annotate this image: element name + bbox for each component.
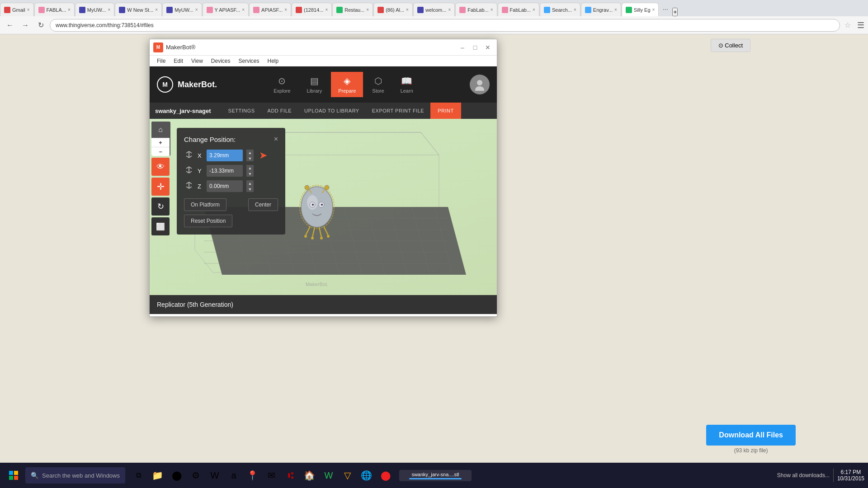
tab-close[interactable]: × bbox=[533, 7, 535, 12]
tab-close[interactable]: × bbox=[242, 7, 245, 12]
chrome-button[interactable]: ⬤ bbox=[169, 467, 185, 483]
tab-myuw[interactable]: MyUW... × bbox=[75, 3, 114, 16]
nav-explore[interactable]: ⊙ Explore bbox=[266, 72, 297, 97]
tab-close[interactable]: × bbox=[155, 7, 158, 12]
tab-close[interactable]: × bbox=[614, 7, 617, 12]
mail-taskbar-button[interactable]: ✉ bbox=[264, 467, 280, 483]
menu-file[interactable]: File bbox=[153, 56, 169, 66]
tab-close[interactable]: × bbox=[574, 7, 576, 12]
tab-flab1[interactable]: FabLab... × bbox=[455, 3, 497, 16]
download-all-files-button[interactable]: Download All Files bbox=[706, 425, 796, 446]
menu-icon[interactable]: ☰ bbox=[857, 20, 864, 30]
y-decrement-button[interactable]: ▼ bbox=[246, 171, 254, 177]
nav-taskbar-button[interactable]: 🌐 bbox=[359, 467, 375, 483]
bookmark-icon[interactable]: ☆ bbox=[844, 21, 851, 29]
tab-resto[interactable]: Restau... × bbox=[332, 3, 373, 16]
export-print-file-button[interactable]: EXPORT PRINT FILE bbox=[366, 103, 430, 119]
nav-library[interactable]: ▤ Library bbox=[300, 72, 330, 97]
tab-flab2[interactable]: FabLab... × bbox=[498, 3, 539, 16]
tab-apiasf[interactable]: Y APIASF... × bbox=[203, 3, 249, 16]
show-downloads-button[interactable]: Show all downloads... bbox=[777, 472, 830, 479]
add-file-button[interactable]: ADD FILE bbox=[261, 103, 298, 119]
back-button[interactable]: ← bbox=[4, 19, 16, 32]
tab-close[interactable]: × bbox=[652, 7, 655, 12]
menu-edit[interactable]: Edit bbox=[170, 56, 187, 66]
forward-button[interactable]: → bbox=[19, 19, 32, 32]
settings-button[interactable]: ⚙ bbox=[188, 467, 204, 483]
zoom-in-button[interactable]: + bbox=[151, 138, 170, 147]
address-bar[interactable] bbox=[50, 19, 840, 32]
upload-to-library-button[interactable]: UPLOAD TO LIBRARY bbox=[298, 103, 366, 119]
z-increment-button[interactable]: ▲ bbox=[246, 180, 254, 186]
print-button[interactable]: PRINT bbox=[430, 103, 461, 119]
y-increment-button[interactable]: ▲ bbox=[246, 165, 254, 171]
menu-view[interactable]: View bbox=[188, 56, 207, 66]
zoom-out-button[interactable]: − bbox=[151, 147, 170, 156]
tab-new-st[interactable]: W New St... × bbox=[115, 3, 162, 16]
new-tab-button[interactable]: + bbox=[672, 8, 678, 16]
menu-devices[interactable]: Devices bbox=[208, 56, 234, 66]
close-button[interactable]: ✕ bbox=[482, 42, 493, 53]
user-avatar[interactable] bbox=[470, 75, 490, 94]
git-button[interactable]: ⑆ bbox=[283, 467, 299, 483]
tab-gmail[interactable]: Gmail × bbox=[0, 3, 34, 16]
task-view-button[interactable]: ⧉ bbox=[131, 467, 147, 483]
z-position-input[interactable] bbox=[207, 180, 243, 192]
reload-button[interactable]: ↻ bbox=[34, 19, 47, 32]
minimize-button[interactable]: – bbox=[457, 42, 468, 53]
tab-mail[interactable]: (12814... × bbox=[292, 3, 332, 16]
collect-button[interactable]: ⊙ Collect bbox=[711, 39, 750, 52]
arrow-button[interactable]: ▽ bbox=[340, 467, 356, 483]
tab-apiasf2[interactable]: APIASF... × bbox=[249, 3, 291, 16]
x-increment-button[interactable]: ▲ bbox=[246, 150, 254, 155]
amazon-button[interactable]: a bbox=[226, 467, 242, 483]
tab-myuw2[interactable]: MyUW... × bbox=[162, 3, 202, 16]
tab-search[interactable]: Search... × bbox=[540, 3, 580, 16]
tab-close[interactable]: × bbox=[448, 7, 451, 12]
file-explorer-button[interactable]: 📁 bbox=[150, 467, 166, 483]
tab-close[interactable]: × bbox=[195, 7, 198, 12]
tab-overflow[interactable]: ⋯ bbox=[659, 3, 672, 16]
on-platform-button[interactable]: On Platform bbox=[184, 198, 226, 211]
tab-close[interactable]: × bbox=[366, 7, 369, 12]
tab-close[interactable]: × bbox=[68, 7, 71, 12]
reset-position-button[interactable]: Reset Position bbox=[184, 215, 232, 227]
word-button[interactable]: W bbox=[207, 467, 223, 483]
move-button[interactable]: ✛ bbox=[151, 178, 170, 196]
y-position-input[interactable] bbox=[207, 165, 243, 177]
word-taskbar-button[interactable]: W bbox=[321, 467, 337, 483]
tab-close[interactable]: × bbox=[491, 7, 493, 12]
settings-button[interactable]: SETTINGS bbox=[222, 103, 261, 119]
tab-welcome[interactable]: welcom... × bbox=[413, 3, 455, 16]
taskbar-search-box[interactable]: 🔍 Search the web and Windows bbox=[25, 467, 125, 483]
nav-learn[interactable]: 📖 Learn bbox=[393, 72, 420, 97]
maps-button[interactable]: 📍 bbox=[245, 467, 261, 483]
menu-services[interactable]: Services bbox=[235, 56, 263, 66]
tab-close[interactable]: × bbox=[325, 7, 328, 12]
nav-store[interactable]: ⬡ Store bbox=[365, 72, 391, 97]
center-button[interactable]: Center bbox=[248, 198, 278, 211]
x-decrement-button[interactable]: ▼ bbox=[246, 155, 254, 161]
tab-engrav[interactable]: Engrav... × bbox=[581, 3, 621, 16]
tab-close[interactable]: × bbox=[284, 7, 287, 12]
red-taskbar-button[interactable]: ⬤ bbox=[377, 467, 394, 483]
tab-close[interactable]: × bbox=[27, 7, 30, 12]
tab-al[interactable]: (86) Al... × bbox=[373, 3, 413, 16]
tab-close[interactable]: × bbox=[108, 7, 110, 12]
home-taskbar-button[interactable]: 🏠 bbox=[302, 467, 318, 483]
x-position-input[interactable] bbox=[207, 150, 243, 161]
tab-close[interactable]: × bbox=[406, 7, 409, 12]
eye-button[interactable]: 👁 bbox=[151, 158, 170, 176]
tab-fabla[interactable]: FABLA... × bbox=[34, 3, 75, 16]
z-decrement-button[interactable]: ▼ bbox=[246, 186, 254, 192]
home-button[interactable]: ⌂ bbox=[151, 122, 170, 138]
nav-prepare[interactable]: ◈ Prepare bbox=[331, 72, 363, 97]
maximize-button[interactable]: □ bbox=[470, 42, 481, 53]
start-button[interactable] bbox=[4, 465, 24, 485]
dialog-close-button[interactable]: × bbox=[274, 135, 278, 143]
tab-silly-eg[interactable]: Silly Eg × bbox=[622, 3, 659, 16]
scale-button[interactable]: ⬜ bbox=[151, 217, 170, 235]
taskbar-open-app[interactable]: swanky_jarv-sna....stl bbox=[399, 470, 472, 481]
menu-help[interactable]: Help bbox=[264, 56, 283, 66]
rotate-button[interactable]: ↻ bbox=[151, 197, 170, 216]
